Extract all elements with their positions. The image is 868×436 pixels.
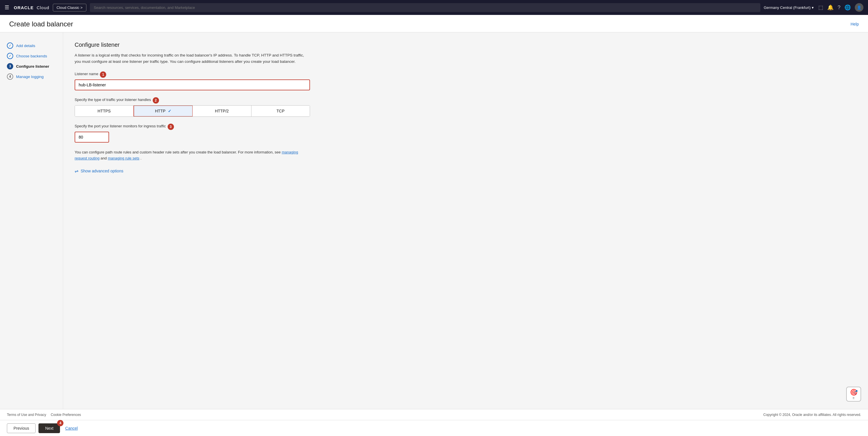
help-widget-icon: 🎯 bbox=[850, 389, 858, 396]
sidebar-item-label: Configure listener bbox=[16, 64, 50, 69]
search-input[interactable] bbox=[90, 3, 761, 12]
oracle-logo: ORACLE Cloud bbox=[14, 5, 50, 10]
step1-check-icon: ✓ bbox=[7, 42, 13, 49]
main-content: Configure listener A listener is a logic… bbox=[63, 32, 868, 422]
managing-rule-sets-link[interactable]: managing rule sets bbox=[108, 156, 140, 160]
bell-icon[interactable]: 🔔 bbox=[827, 4, 834, 11]
footer-links: Terms of Use and Privacy Cookie Preferen… bbox=[7, 413, 81, 417]
bottom-bar: Previous Next 4 Cancel bbox=[0, 420, 868, 422]
listener-name-label: Listener name bbox=[74, 72, 98, 76]
sidebar-item-add-details[interactable]: ✓ Add details bbox=[6, 40, 57, 51]
avatar[interactable]: 👤 bbox=[855, 3, 863, 12]
sidebar-item-choose-backends[interactable]: ✓ Choose backends bbox=[6, 51, 57, 61]
cookies-link[interactable]: Cookie Preferences bbox=[51, 413, 81, 417]
terms-link[interactable]: Terms of Use and Privacy bbox=[7, 413, 46, 417]
footer-copyright: Copyright © 2024, Oracle and/or its affi… bbox=[763, 413, 861, 417]
page-body: ✓ Add details ✓ Choose backends 3 Config… bbox=[0, 32, 868, 422]
help-widget-dots: ⠿ bbox=[852, 397, 855, 400]
http-check-icon: ✓ bbox=[168, 109, 172, 113]
listener-name-group: Listener name 1 bbox=[74, 71, 857, 90]
topnav-right: Germany Central (Frankfurt) ▾ ⬚ 🔔 ? 🌐 👤 bbox=[764, 3, 863, 12]
help-link[interactable]: Help bbox=[850, 22, 859, 26]
advanced-options-row[interactable]: ⇌ Show advanced options bbox=[74, 168, 857, 174]
footer: Terms of Use and Privacy Cookie Preferen… bbox=[0, 409, 868, 420]
configure-listener-title: Configure listener bbox=[74, 42, 857, 48]
step2-check-icon: ✓ bbox=[7, 53, 13, 59]
listener-name-input[interactable] bbox=[74, 79, 310, 90]
step4-circle: 4 bbox=[7, 73, 13, 80]
annotation-badge-4: 4 bbox=[57, 420, 63, 422]
sidebar-item-label: Add details bbox=[16, 44, 35, 48]
page-header: Create load balancer Help bbox=[0, 15, 868, 32]
traffic-option-tcp[interactable]: TCP bbox=[251, 106, 310, 116]
advanced-options-label: Show advanced options bbox=[81, 169, 123, 173]
annotation-badge-2: 2 bbox=[153, 97, 159, 104]
sidebar-item-manage-logging[interactable]: 4 Manage logging bbox=[6, 71, 57, 82]
top-nav: ☰ ORACLE Cloud Cloud Classic > Germany C… bbox=[0, 0, 868, 15]
traffic-type-label: Specify the type of traffic your listene… bbox=[74, 98, 151, 102]
advanced-options-icon: ⇌ bbox=[74, 168, 79, 174]
cloud-classic-button[interactable]: Cloud Classic > bbox=[53, 4, 86, 11]
help-widget[interactable]: 🎯 ⠿ bbox=[846, 387, 861, 402]
sidebar-item-label: Manage logging bbox=[16, 75, 43, 79]
region-selector[interactable]: Germany Central (Frankfurt) ▾ bbox=[764, 5, 814, 10]
step3-circle: 3 bbox=[7, 63, 13, 69]
info-text: You can configure path route rules and c… bbox=[74, 149, 310, 162]
terminal-icon[interactable]: ⬚ bbox=[818, 4, 823, 11]
hamburger-icon[interactable]: ☰ bbox=[5, 4, 9, 11]
port-group: Specify the port your listener monitors … bbox=[74, 124, 857, 142]
traffic-option-http2[interactable]: HTTP/2 bbox=[193, 106, 251, 116]
traffic-type-group: Specify the type of traffic your listene… bbox=[74, 97, 857, 117]
page-title: Create load balancer bbox=[9, 20, 73, 28]
port-label: Specify the port your listener monitors … bbox=[74, 124, 166, 128]
help-icon[interactable]: ? bbox=[838, 5, 840, 11]
sidebar-item-configure-listener[interactable]: 3 Configure listener bbox=[6, 61, 57, 71]
traffic-option-http[interactable]: HTTP ✓ bbox=[133, 105, 193, 117]
annotation-badge-1: 1 bbox=[100, 71, 106, 78]
traffic-option-https[interactable]: ✓ HTTPS bbox=[75, 106, 134, 116]
info-section: You can configure path route rules and c… bbox=[74, 149, 857, 162]
globe-icon[interactable]: 🌐 bbox=[844, 4, 851, 11]
port-input[interactable] bbox=[74, 132, 109, 142]
sidebar: ✓ Add details ✓ Choose backends 3 Config… bbox=[0, 32, 63, 422]
sidebar-item-label: Choose backends bbox=[16, 54, 47, 58]
annotation-badge-3: 3 bbox=[167, 124, 174, 130]
traffic-type-options: ✓ HTTPS HTTP ✓ HTTP/2 TCP bbox=[74, 105, 310, 117]
topnav-icons: ⬚ 🔔 ? 🌐 👤 bbox=[818, 3, 863, 12]
section-description: A listener is a logical entity that chec… bbox=[74, 52, 310, 65]
